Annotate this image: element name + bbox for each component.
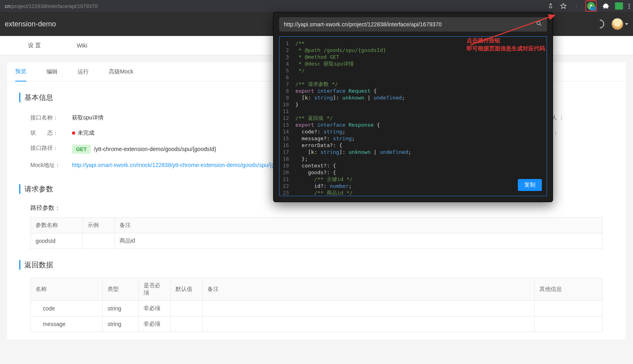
star-icon[interactable] — [560, 2, 567, 10]
ts-badge: TS — [590, 7, 596, 10]
cell-param-remark: 商品id — [115, 233, 603, 249]
cell-name: message — [31, 316, 103, 332]
browser-menu-icon[interactable] — [629, 4, 630, 9]
th-required: 是否必须 — [139, 278, 171, 301]
nav-settings[interactable]: 设 置 — [28, 42, 41, 49]
th-other: 其他信息 — [535, 278, 603, 301]
svg-point-2 — [537, 22, 540, 25]
tab-run[interactable]: 运行 — [78, 68, 89, 81]
th-param-name: 参数名称 — [31, 218, 83, 233]
extension-url-bar — [279, 17, 547, 32]
extension-url-input[interactable] — [284, 21, 536, 28]
cell-required: 非必须 — [139, 301, 171, 316]
svg-line-3 — [540, 24, 541, 26]
copy-button[interactable]: 复制 — [518, 179, 542, 191]
mock-url-link[interactable]: http://yapi.smart-xwork.cn/mock/122838/y… — [72, 162, 293, 169]
cell-remark — [203, 316, 535, 332]
label-api-path: 接口路径： — [30, 145, 62, 154]
value-status: 未完成 — [72, 129, 94, 137]
user-menu[interactable] — [611, 18, 628, 30]
chevron-down-icon — [625, 23, 628, 25]
cell-other — [535, 301, 603, 316]
extension-popup: 1 2 3 4 5 6 7 8 9 10 11 12 13 14 15 16 1… — [273, 12, 553, 202]
path-params-heading: 路径参数： — [19, 202, 614, 214]
th-name: 名称 — [31, 278, 103, 301]
reload-icon[interactable] — [593, 18, 606, 30]
extensions-icon[interactable] — [602, 2, 609, 10]
code-gutter: 1 2 3 4 5 6 7 8 9 10 11 12 13 14 15 16 1… — [280, 37, 293, 196]
address-bar[interactable]: cn/project/122838/interface/api/1679370 — [3, 3, 544, 9]
tab-preview[interactable]: 预览 — [15, 68, 26, 82]
th-param-example: 示例 — [83, 218, 115, 233]
ytt-extension-icon[interactable]: TS — [585, 0, 597, 12]
svg-marker-0 — [561, 3, 566, 8]
cell-param-example — [83, 233, 115, 249]
label-mock-url: Mock地址： — [30, 162, 62, 169]
tab-advanced-mock[interactable]: 高级Mock — [109, 68, 133, 81]
url-path: /project/122838/interface/api/1679370 — [10, 3, 98, 9]
code-block: 1 2 3 4 5 6 7 8 9 10 11 12 13 14 15 16 1… — [279, 36, 547, 196]
cell-name: code — [31, 301, 103, 316]
th-remark: 备注 — [203, 278, 535, 301]
tab-edit[interactable]: 编辑 — [46, 68, 58, 81]
value-api-name: 获取spu详情 — [72, 114, 104, 121]
table-row: code string 非必须 — [31, 301, 603, 316]
section-return-title: 返回数据 — [19, 260, 614, 270]
table-row: message string 非必须 — [31, 316, 603, 332]
cell-remark — [203, 301, 535, 316]
status-dot-icon — [72, 131, 75, 135]
label-api-name: 接口名称： — [30, 114, 62, 121]
search-icon[interactable] — [536, 20, 542, 28]
url-host: cn — [5, 3, 10, 9]
cell-default — [171, 301, 203, 316]
share-icon[interactable] — [547, 2, 554, 10]
table-row: goodsId 商品id — [31, 233, 603, 249]
status-text: 未完成 — [78, 129, 94, 136]
label-status: 状 态： — [30, 129, 62, 137]
th-type: 类型 — [103, 278, 139, 301]
th-default: 默认值 — [171, 278, 203, 301]
avatar — [611, 18, 623, 30]
cell-default — [171, 316, 203, 332]
divider-icon: | — [573, 2, 580, 10]
path-params-table: 参数名称 示例 备注 goodsId 商品id — [30, 217, 603, 249]
browser-chrome-bar: cn/project/122838/interface/api/1679370 … — [0, 0, 633, 12]
method-badge: GET — [72, 145, 91, 154]
value-api-path: GET/ytt-chrome-extension-demo/goods/spu/… — [72, 145, 216, 154]
code-content[interactable]: /** * @path /goods/spu/{goodsId} * @meth… — [293, 37, 547, 196]
api-path-text: /ytt-chrome-extension-demo/goods/spu/{go… — [94, 146, 216, 152]
cell-required: 非必须 — [139, 316, 171, 332]
other-extension-icon[interactable] — [615, 2, 623, 10]
th-param-remark: 备注 — [115, 218, 603, 233]
project-title: extension-demo — [5, 20, 56, 28]
nav-wiki[interactable]: Wiki — [77, 42, 87, 49]
cell-type: string — [103, 316, 139, 332]
cell-param-name: goodsId — [31, 233, 83, 249]
return-table: 名称 类型 是否必须 默认值 备注 其他信息 code string 非必须 — [30, 278, 603, 332]
cell-type: string — [103, 301, 139, 316]
cell-other — [535, 316, 603, 332]
